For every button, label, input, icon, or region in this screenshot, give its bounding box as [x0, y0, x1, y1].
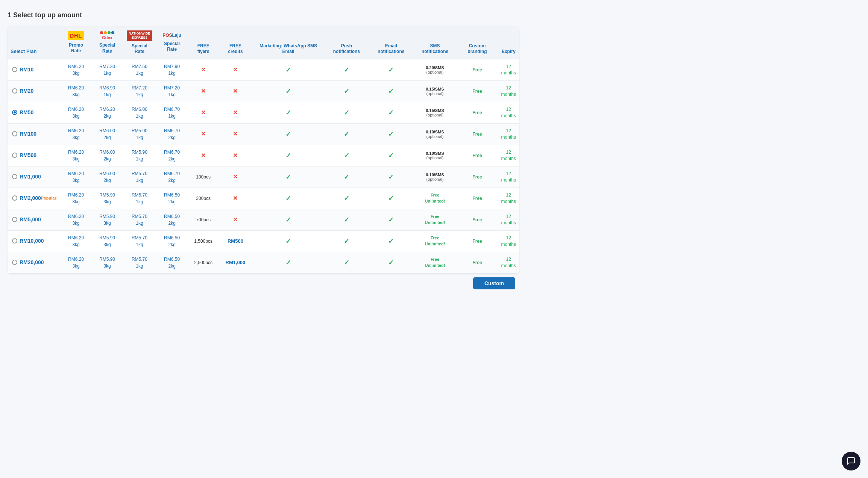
push-rm1000: ✓ — [325, 166, 369, 188]
radio-rm5000[interactable] — [12, 217, 17, 222]
email-rm500: ✓ — [369, 145, 414, 166]
push-rm50: ✓ — [325, 102, 369, 123]
plan-name-rm2000: RM2,000 — [20, 195, 41, 201]
plan-cell-rm100[interactable]: RM100 — [8, 123, 61, 145]
plan-comparison-table: Select Plan DHL Promo Rate — [8, 27, 519, 274]
credits-rm10: ✕ — [219, 59, 252, 81]
dhl-rate-rm50: RM6.203kg — [61, 102, 91, 123]
radio-rm2000[interactable] — [12, 195, 17, 201]
radio-rm20000[interactable] — [12, 260, 17, 265]
plan-cell-rm2000[interactable]: RM2,000Popular! — [8, 188, 61, 209]
dhl-rate-rm100: RM6.203kg — [61, 123, 91, 145]
plan-name-rm5000: RM5,000 — [20, 216, 41, 222]
email-rm10000: ✓ — [369, 230, 414, 252]
radio-rm20[interactable] — [12, 88, 17, 94]
plan-cell-rm10[interactable]: RM10 — [8, 59, 61, 81]
email-rm10: ✓ — [369, 59, 414, 81]
radio-rm1000[interactable] — [12, 174, 17, 179]
plan-cell-rm20[interactable]: RM20 — [8, 80, 61, 102]
marketing-rm500: ✓ — [252, 145, 325, 166]
table-row[interactable]: RM50RM6.203kgRM6.202kgRM6.001kgRM6.701kg… — [8, 102, 519, 123]
radio-rm10000[interactable] — [12, 238, 17, 244]
push-rm20: ✓ — [325, 80, 369, 102]
expiry-rm500: 12months — [498, 145, 519, 166]
expiry-rm10000: 12months — [498, 230, 519, 252]
col-header-plan: Select Plan — [8, 27, 61, 59]
expiry-rm10: 12months — [498, 59, 519, 81]
custom-branding-rm500: Free — [457, 145, 498, 166]
poslaju-rate-rm20000: RM6.502kg — [156, 252, 188, 273]
poslaju-rate-rm10000: RM6.502kg — [156, 230, 188, 252]
table-row[interactable]: RM5,000RM6.203kgRM5.903kgRM5.701kgRM6.50… — [8, 209, 519, 230]
marketing-rm100: ✓ — [252, 123, 325, 145]
plan-cell-rm20000[interactable]: RM20,000 — [8, 252, 61, 273]
plan-cell-rm10000[interactable]: RM10,000 — [8, 230, 61, 252]
table-row[interactable]: RM500RM6.203kgRM6.002kgRM5.901kgRM6.702k… — [8, 145, 519, 166]
flyers-rm1000: 100pcs — [188, 166, 219, 188]
col-header-expiry: Expiry — [498, 27, 519, 59]
sms-rm1000: 0.10/SMS(optional) — [413, 166, 456, 188]
dhl-rate-rm10: RM6.203kg — [61, 59, 91, 81]
table-row[interactable]: RM20,000RM6.203kgRM5.903kgRM5.701kgRM6.5… — [8, 252, 519, 273]
page-title: 1 Select top up amount — [8, 11, 519, 19]
push-rm10: ✓ — [325, 59, 369, 81]
radio-rm500[interactable] — [12, 153, 17, 158]
col-header-custom: Custom branding — [457, 27, 498, 59]
plan-name-rm10000: RM10,000 — [20, 238, 44, 244]
dhl-rate-rm20000: RM6.203kg — [61, 252, 91, 273]
gdex-rate-rm10000: RM5.903kg — [91, 230, 123, 252]
custom-branding-rm5000: Free — [457, 209, 498, 230]
radio-rm100[interactable] — [12, 131, 17, 136]
sms-rm10000: FreeUnlimited! — [413, 230, 456, 252]
marketing-rm10: ✓ — [252, 59, 325, 81]
sms-rm20: 0.15/SMS(optional) — [413, 80, 456, 102]
radio-rm50[interactable] — [12, 110, 17, 115]
gdex-rate-rm50: RM6.202kg — [91, 102, 123, 123]
custom-branding-rm1000: Free — [457, 166, 498, 188]
nationwide-rate-rm2000: RM5.701kg — [123, 188, 156, 209]
custom-branding-rm50: Free — [457, 102, 498, 123]
plan-cell-rm50[interactable]: RM50 — [8, 102, 61, 123]
dhl-logo: DHL — [68, 31, 84, 40]
sms-rm20000: FreeUnlimited! — [413, 252, 456, 273]
custom-button[interactable]: Custom — [473, 277, 515, 289]
nationwide-rate-rm100: RM5.901kg — [123, 123, 156, 145]
table-row[interactable]: RM2,000Popular!RM6.203kgRM5.903kgRM5.701… — [8, 188, 519, 209]
gdex-rate-rm100: RM6.002kg — [91, 123, 123, 145]
push-rm5000: ✓ — [325, 209, 369, 230]
marketing-rm5000: ✓ — [252, 209, 325, 230]
custom-branding-rm100: Free — [457, 123, 498, 145]
col-header-marketing: Marketing: WhatsApp SMS Email — [252, 27, 325, 59]
poslaju-rate-rm1000: RM6.702kg — [156, 166, 188, 188]
radio-rm10[interactable] — [12, 67, 17, 72]
sms-rm500: 0.10/SMS(optional) — [413, 145, 456, 166]
col-header-gdex: Gdex Special Rate — [91, 27, 123, 59]
table-row[interactable]: RM10,000RM6.203kgRM5.903kgRM5.701kgRM6.5… — [8, 230, 519, 252]
custom-branding-rm20: Free — [457, 80, 498, 102]
expiry-rm1000: 12months — [498, 166, 519, 188]
table-row[interactable]: RM20RM6.203kgRM6.901kgRM7.201kgRM7.201kg… — [8, 80, 519, 102]
nationwide-rate-rm10: RM7.501kg — [123, 59, 156, 81]
flyers-rm500: ✕ — [188, 145, 219, 166]
plan-name-rm20: RM20 — [20, 88, 33, 94]
table-row[interactable]: RM10RM6.203kgRM7.301kgRM7.501kgRM7.901kg… — [8, 59, 519, 81]
credits-rm500: ✕ — [219, 145, 252, 166]
gdex-rate-rm1000: RM6.002kg — [91, 166, 123, 188]
col-header-poslaju: POS Laju Special Rate — [156, 27, 188, 59]
poslaju-rate-rm100: RM6.702kg — [156, 123, 188, 145]
email-rm5000: ✓ — [369, 209, 414, 230]
col-header-email: Email notifications — [369, 27, 414, 59]
sms-rm5000: FreeUnlimited! — [413, 209, 456, 230]
plan-cell-rm5000[interactable]: RM5,000 — [8, 209, 61, 230]
flyers-rm5000: 700pcs — [188, 209, 219, 230]
push-rm100: ✓ — [325, 123, 369, 145]
email-rm100: ✓ — [369, 123, 414, 145]
nationwide-rate-rm20000: RM5.701kg — [123, 252, 156, 273]
table-row[interactable]: RM1,000RM6.203kgRM6.002kgRM5.701kgRM6.70… — [8, 166, 519, 188]
expiry-rm100: 12months — [498, 123, 519, 145]
email-rm2000: ✓ — [369, 188, 414, 209]
gdex-rate-rm5000: RM5.903kg — [91, 209, 123, 230]
plan-cell-rm1000[interactable]: RM1,000 — [8, 166, 61, 188]
table-row[interactable]: RM100RM6.203kgRM6.002kgRM5.901kgRM6.702k… — [8, 123, 519, 145]
plan-cell-rm500[interactable]: RM500 — [8, 145, 61, 166]
